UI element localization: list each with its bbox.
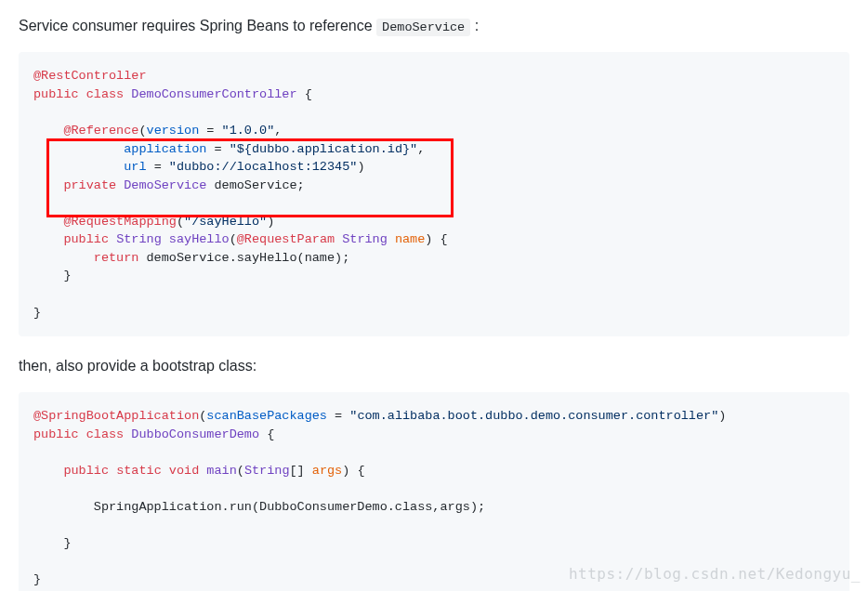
- type-string: String: [244, 464, 290, 478]
- string-package: "com.alibaba.boot.dubbo.demo.consumer.co…: [349, 409, 718, 423]
- intro-text-before: Service consumer requires Spring Beans t…: [19, 18, 376, 33]
- keyword-public: public: [33, 427, 79, 441]
- param-scanbasepackages: scanBasePackages: [206, 409, 327, 423]
- run-line: SpringApplication.run(DubboConsumerDemo.…: [33, 500, 485, 514]
- annotation-restcontroller: @RestController: [33, 69, 147, 83]
- annotation-reference: @Reference: [63, 124, 138, 138]
- classname: DubboConsumerDemo: [131, 427, 259, 441]
- classname: DemoConsumerController: [131, 87, 296, 101]
- keyword-static: static: [116, 464, 162, 478]
- code-block-consumer: @RestController public class DemoConsume…: [19, 52, 849, 336]
- keyword-private: private: [63, 178, 116, 192]
- array-brackets: []: [289, 464, 304, 478]
- string-application: "${dubbo.application.id}": [230, 142, 418, 156]
- param-url: url: [124, 160, 146, 174]
- string-version: "1.0.0": [222, 124, 275, 138]
- keyword-class: class: [86, 87, 125, 101]
- string-path: "/sayHello": [184, 215, 267, 229]
- keyword-public: public: [63, 232, 109, 246]
- brace: {: [297, 87, 312, 101]
- type-string: String: [116, 232, 162, 246]
- method-main: main: [206, 464, 236, 478]
- keyword-class: class: [86, 427, 125, 441]
- param-args: args: [312, 464, 342, 478]
- annotation-requestmapping: @RequestMapping: [63, 215, 177, 229]
- param-application: application: [124, 142, 206, 156]
- annotation-requestparam: @RequestParam: [237, 232, 335, 246]
- string-url: "dubbo://localhost:12345": [169, 160, 358, 174]
- annotation-springbootapplication: @SpringBootApplication: [33, 409, 199, 423]
- field-demoservice: demoService: [214, 178, 296, 192]
- keyword-public: public: [63, 464, 109, 478]
- code-block-bootstrap: @SpringBootApplication(scanBasePackages …: [19, 392, 849, 591]
- method-sayhello: sayHello: [169, 232, 230, 246]
- keyword-void: void: [169, 464, 199, 478]
- return-expr: demoService.sayHello(name);: [138, 251, 349, 265]
- inline-code-demoservice: DemoService: [376, 19, 470, 36]
- keyword-public: public: [33, 87, 79, 101]
- type-demoservice: DemoService: [124, 178, 206, 192]
- intro-paragraph: Service consumer requires Spring Beans t…: [19, 15, 849, 37]
- type-string: String: [342, 232, 388, 246]
- mid-paragraph: then, also provide a bootstrap class:: [19, 355, 849, 377]
- param-name: name: [395, 232, 425, 246]
- keyword-return: return: [94, 251, 139, 265]
- intro-text-after: :: [475, 18, 479, 33]
- param-version: version: [147, 124, 200, 138]
